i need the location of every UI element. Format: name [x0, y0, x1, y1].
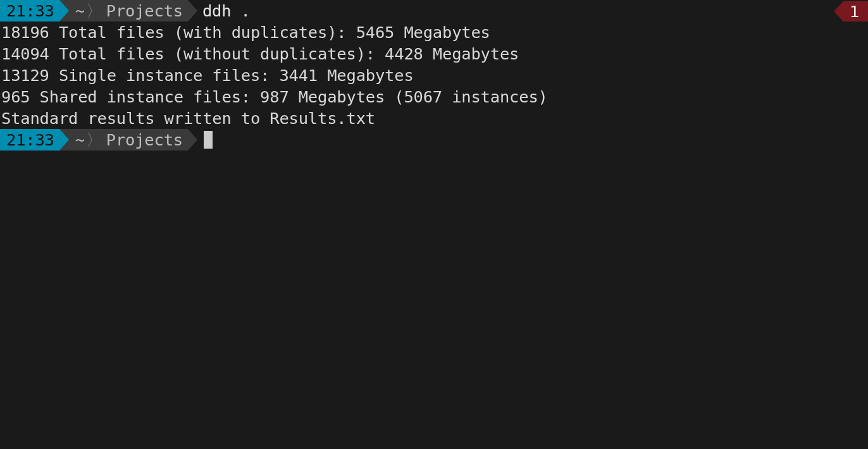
- output-line: 18196 Total files (with duplicates): 546…: [0, 22, 868, 43]
- segment-separator-icon: [59, 0, 69, 22]
- terminal-window[interactable]: 1 21:33 ~ 〉 Projects ddh . 18196 Total f…: [0, 0, 868, 449]
- prompt-path-segment: ~ 〉 Projects: [69, 0, 188, 22]
- prompt-dir: Projects: [106, 129, 183, 151]
- output-line: 965 Shared instance files: 987 Megabytes…: [0, 86, 868, 108]
- cursor-block-icon[interactable]: [204, 131, 213, 149]
- output-line: Standard results written to Results.txt: [0, 108, 868, 129]
- segment-separator-icon: [188, 0, 197, 22]
- prompt-time: 21:33: [6, 129, 54, 151]
- output-line: 13129 Single instance files: 3441 Megaby…: [0, 65, 868, 86]
- prompt-row-2[interactable]: 21:33 ~ 〉 Projects: [0, 129, 868, 151]
- exit-status-value: 1: [843, 1, 868, 22]
- segment-separator-icon: [188, 129, 197, 151]
- prompt-dir: Projects: [106, 0, 183, 22]
- prompt-home: ~: [75, 129, 85, 151]
- path-separator-icon: 〉: [85, 129, 106, 151]
- segment-separator-icon: [59, 129, 69, 151]
- badge-arrow-left-icon: [834, 1, 843, 22]
- prompt-time-segment: 21:33: [0, 0, 59, 22]
- path-separator-icon: 〉: [85, 0, 106, 22]
- prompt-home: ~: [75, 0, 85, 22]
- prompt-path-segment: ~ 〉 Projects: [69, 129, 188, 151]
- prompt-row-1: 21:33 ~ 〉 Projects ddh .: [0, 0, 868, 22]
- prompt-time-segment: 21:33: [0, 129, 59, 151]
- exit-status-badge: 1: [834, 1, 868, 22]
- output-line: 14094 Total files (without duplicates): …: [0, 43, 868, 65]
- prompt-time: 21:33: [6, 0, 54, 22]
- command-text: ddh .: [197, 0, 251, 22]
